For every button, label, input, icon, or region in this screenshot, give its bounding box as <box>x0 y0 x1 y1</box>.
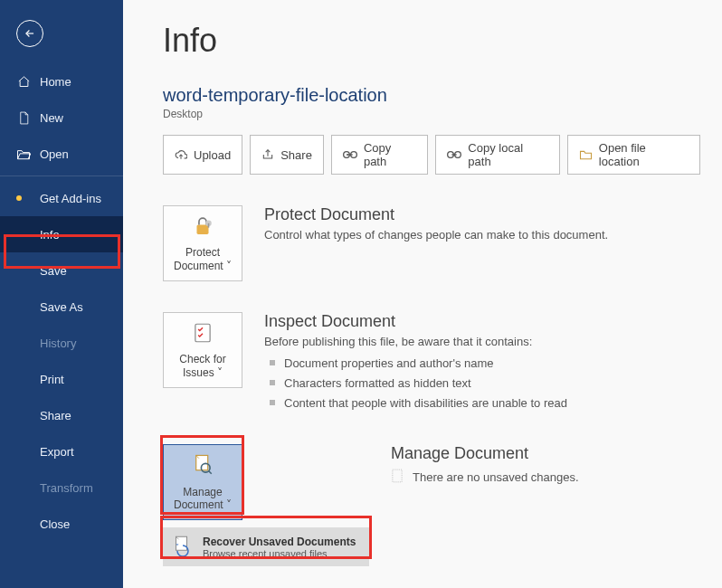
link-icon <box>343 149 357 160</box>
inspect-document-section: Check for Issues ˅ Inspect Document Befo… <box>163 312 700 413</box>
inspect-issue-item: Document properties and author's name <box>264 354 700 374</box>
sidebar-item-label: History <box>40 337 76 350</box>
svg-rect-10 <box>393 469 402 482</box>
share-button[interactable]: Share <box>250 135 324 175</box>
sidebar-item-new[interactable]: New <box>0 100 123 136</box>
sidebar-item-history: History <box>0 325 123 361</box>
sidebar-item-label: Get Add-ins <box>40 192 101 205</box>
sidebar-item-info[interactable]: Info <box>0 216 123 252</box>
sidebar-item-label: Share <box>40 409 71 422</box>
manage-tile-label: Manage Document <box>174 486 223 511</box>
open-file-location-button[interactable]: Open file location <box>567 135 700 175</box>
check-for-issues-tile[interactable]: Check for Issues ˅ <box>163 312 242 388</box>
protect-document-tile[interactable]: Protect Document ˅ <box>163 205 242 281</box>
sidebar-item-save[interactable]: Save <box>0 252 123 289</box>
sidebar-item-label: Home <box>40 75 71 89</box>
inspect-issues-list: Document properties and author's name Ch… <box>264 354 700 413</box>
sidebar-divider <box>0 175 123 176</box>
manage-title: Manage Document <box>391 444 700 463</box>
chevron-down-icon: ˅ <box>214 366 223 379</box>
sidebar-item-label: Close <box>40 517 70 531</box>
sidebar-item-save-as[interactable]: Save As <box>0 289 123 325</box>
checklist-icon <box>191 321 214 347</box>
sidebar-item-close[interactable]: Close <box>0 506 123 542</box>
page-title: Info <box>163 22 700 60</box>
share-label: Share <box>280 148 312 162</box>
inspect-issue-item: Characters formatted as hidden text <box>264 374 700 394</box>
lock-icon <box>191 214 214 241</box>
recover-title: Recover Unsaved Documents <box>203 536 356 548</box>
link-icon <box>447 149 461 160</box>
sidebar-item-label: New <box>40 111 63 125</box>
inspect-issue-item: Content that people with disabilities ar… <box>264 394 700 413</box>
svg-rect-4 <box>197 224 209 234</box>
sidebar-item-open[interactable]: Open <box>0 136 123 172</box>
upload-button[interactable]: Upload <box>163 135 242 175</box>
chevron-down-icon: ˅ <box>223 498 232 511</box>
sidebar-item-label: Info <box>40 228 60 242</box>
chevron-down-icon: ˅ <box>223 260 232 272</box>
sidebar-item-label: Save As <box>40 300 83 314</box>
sidebar-item-transform: Transform <box>0 469 123 506</box>
manage-document-tile[interactable]: Manage Document ˅ <box>163 444 242 520</box>
protect-tile-label: Protect Document <box>174 246 223 271</box>
document-title[interactable]: word-temporary-file-location <box>163 85 700 106</box>
folder-icon <box>579 149 593 160</box>
svg-rect-6 <box>195 324 210 342</box>
sidebar-item-print[interactable]: Print <box>0 361 123 397</box>
sidebar-item-label: Save <box>40 264 67 278</box>
home-icon <box>16 74 31 89</box>
open-folder-icon <box>16 147 31 161</box>
action-button-bar: Upload Share Copy path Copy local path O… <box>163 135 700 175</box>
recover-subtitle: Browse recent unsaved files <box>203 548 356 559</box>
manage-document-section: Manage Document ˅ Recover Unsaved Docume… <box>163 444 700 566</box>
sidebar-item-label: Export <box>40 445 74 459</box>
arrow-left-icon <box>24 27 36 40</box>
sidebar: Home New Open Get Add-ins Info Save Save <box>0 0 123 588</box>
sidebar-item-label: Print <box>40 373 64 386</box>
addins-bullet-icon <box>16 195 22 201</box>
inspect-title: Inspect Document <box>264 312 700 331</box>
sidebar-item-label: Transform <box>40 481 93 495</box>
document-search-icon <box>191 453 214 479</box>
copy-path-label: Copy path <box>364 141 416 168</box>
manage-status: There are no unsaved changes. <box>413 470 579 484</box>
copy-local-path-label: Copy local path <box>468 141 547 168</box>
open-location-label: Open file location <box>599 141 689 168</box>
protect-desc: Control what types of changes people can… <box>264 228 700 242</box>
sidebar-item-home[interactable]: Home <box>0 63 123 100</box>
recover-unsaved-documents-item[interactable]: Recover Unsaved Documents Browse recent … <box>163 527 369 566</box>
document-small-icon <box>391 469 404 486</box>
inspect-desc: Before publishing this file, be aware th… <box>264 335 700 348</box>
sidebar-item-export[interactable]: Export <box>0 433 123 469</box>
sidebar-item-share[interactable]: Share <box>0 397 123 433</box>
upload-label: Upload <box>194 148 231 162</box>
copy-local-path-button[interactable]: Copy local path <box>435 135 559 175</box>
back-button[interactable] <box>16 20 43 47</box>
share-icon <box>261 148 274 161</box>
sidebar-item-get-addins[interactable]: Get Add-ins <box>0 180 123 216</box>
main-panel: Info word-temporary-file-location Deskto… <box>123 0 722 588</box>
recover-document-icon <box>172 535 194 559</box>
protect-document-section: Protect Document ˅ Protect Document Cont… <box>163 205 700 281</box>
new-document-icon <box>16 110 31 125</box>
sidebar-item-label: Open <box>40 147 69 161</box>
document-location: Desktop <box>163 108 700 120</box>
upload-icon <box>175 148 187 161</box>
copy-path-button[interactable]: Copy path <box>331 135 428 175</box>
protect-title: Protect Document <box>264 205 700 224</box>
